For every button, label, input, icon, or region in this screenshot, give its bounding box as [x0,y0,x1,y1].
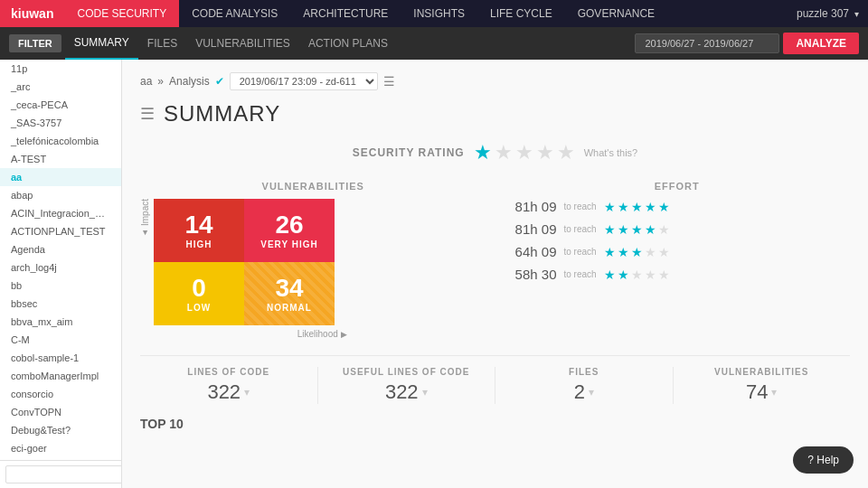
sidebar-item-aa[interactable]: aa [0,168,121,186]
main-content: aa » Analysis ✔ 2019/06/17 23:09 - zd-61… [122,60,868,488]
sidebar-item-abap[interactable]: abap [0,186,121,204]
effort-star-2: ★ [618,222,629,237]
analyze-button[interactable]: ANALYZE [783,33,859,54]
stat-number: 2 [574,380,585,404]
stat-value: 322▾ [385,380,428,404]
stat-dropdown-arrow[interactable]: ▾ [771,386,777,399]
security-star-4: ★ [536,141,554,164]
stat-item-files: FILES2▾ [495,367,674,404]
chevron-right-icon: ▶ [341,330,347,339]
vuln-number: 0 [192,276,206,301]
nav-items: CODE SECURITYCODE ANALYSISARCHITECTUREIN… [64,0,667,27]
nav-item-governance[interactable]: GOVERNANCE [565,0,667,27]
sidebar-item-arch-log4j[interactable]: arch_log4j [0,258,121,277]
sidebar-item-c-m[interactable]: C-M [0,331,121,349]
top-right-user: puzzle 307 ▾ [797,7,868,20]
vuln-cell-high: 14HIGH [154,199,244,262]
sidebar-item-convtopn[interactable]: ConvTOPN [0,403,121,421]
sidebar-item-consorcio[interactable]: consorcio [0,385,121,403]
breadcrumb: aa » Analysis ✔ 2019/06/17 23:09 - zd-61… [140,72,850,90]
stat-number: 322 [385,380,419,404]
effort-time: 64h 09 [505,244,557,259]
date-range-input[interactable] [635,33,779,53]
sidebar-item-agenda[interactable]: Agenda [0,240,121,258]
menu-icon[interactable]: ☰ [383,74,395,89]
stat-dropdown-arrow[interactable]: ▾ [589,386,594,399]
effort-star-5: ★ [658,222,670,237]
effort-star-1: ★ [604,267,616,282]
sidebar-item-combomanagerimpl[interactable]: comboManagerImpl [0,367,121,385]
sec-nav-item-files[interactable]: FILES [138,27,186,60]
stat-label: LINES OF CODE [187,367,269,377]
sidebar-search-bar: 🔍 [0,460,121,488]
effort-star-2: ★ [618,245,629,259]
chevron-down-icon: ▾ [854,9,859,19]
sidebar-item-bbva-mx-aim[interactable]: bbva_mx_aim [0,313,121,331]
secondary-nav-items: SUMMARYFILESVULNERABILITIESACTION PLANS [65,27,397,60]
effort-star-2: ★ [618,200,629,214]
sec-nav-item-action-plans[interactable]: ACTION PLANS [299,27,397,60]
stat-dropdown-arrow[interactable]: ▾ [244,386,250,399]
security-star-2: ★ [495,141,513,164]
vuln-label: HIGH [186,239,212,249]
impact-label: ▲ Impact [140,199,150,238]
nav-item-code-analysis[interactable]: CODE ANALYSIS [179,0,290,27]
second-nav: FILTER SUMMARYFILESVULNERABILITIESACTION… [0,27,868,60]
sidebar-item-bbsec[interactable]: bbsec [0,295,121,313]
nav-item-code-security[interactable]: CODE SECURITY [64,0,179,27]
security-star-5: ★ [557,141,575,164]
nav-item-life-cycle[interactable]: LIFE CYCLE [477,0,565,27]
sidebar-item-cobol-sample-1[interactable]: cobol-sample-1 [0,349,121,367]
sidebar-item-11p[interactable]: 11p [0,60,121,78]
stats-row: LINES OF CODE322▾USEFUL LINES OF CODE322… [140,355,850,404]
effort-star-3: ★ [631,245,643,259]
sidebar-item-eci-goer[interactable]: eci-goer [0,439,121,457]
sidebar-item-debug-test-[interactable]: Debug&Test? [0,421,121,439]
effort-stars: ★★★★★ [604,222,670,237]
help-button[interactable]: ? Help [793,446,854,474]
nav-item-insights[interactable]: INSIGHTS [401,0,477,27]
filter-button[interactable]: FILTER [9,34,61,52]
stat-item-lines-of-code: LINES OF CODE322▾ [140,367,318,404]
security-rating: SECURITY RATING ★★★★★ What's this? [140,141,850,164]
sidebar-item--ceca-peca[interactable]: _ceca-PECA [0,96,121,114]
top10-section: TOP 10 [140,417,850,431]
effort-row-4: 58h 30to reach★★★★★ [505,267,851,282]
security-star-1: ★ [474,141,492,164]
sec-nav-item-summary[interactable]: SUMMARY [65,27,138,60]
stat-value: 322▾ [207,380,250,404]
top-nav: kiuwan CODE SECURITYCODE ANALYSISARCHITE… [0,0,868,27]
effort-star-5: ★ [658,200,670,214]
sidebar-item-actionplan-test[interactable]: ACTIONPLAN_TEST [0,222,121,240]
effort-star-1: ★ [604,245,616,259]
vuln-number: 14 [184,212,212,238]
stat-dropdown-arrow[interactable]: ▾ [422,386,428,399]
sidebar-item-bb[interactable]: bb [0,277,121,295]
sidebar-item--telef-nicacolombia[interactable]: _telefónicacolombia [0,132,121,150]
security-stars: ★★★★★ [474,141,575,164]
sidebar-item--sas-3757[interactable]: _SAS-3757 [0,114,121,132]
effort-row-2: 81h 09to reach★★★★★ [505,221,851,237]
effort-star-3: ★ [631,200,643,214]
sidebar-search-input[interactable] [5,465,122,483]
stat-number: 74 [746,380,768,404]
effort-star-1: ★ [604,222,616,237]
effort-star-3: ★ [631,222,643,237]
sidebar-item-acin-integracion-mainframe[interactable]: ACIN_Integracion_Mainframe [0,204,121,222]
whats-this-link[interactable]: What's this? [584,147,638,158]
effort-to-reach-label: to reach [564,247,597,257]
vuln-grid: 14HIGH26VERY HIGH0LOW34NORMAL [154,199,335,325]
nav-item-architecture[interactable]: ARCHITECTURE [290,0,401,27]
effort-star-4: ★ [645,267,656,282]
stat-value: 2▾ [574,380,594,404]
effort-to-reach-label: to reach [564,224,597,234]
logo[interactable]: kiuwan [0,0,64,27]
breadcrumb-root: aa [140,75,152,88]
analysis-selector[interactable]: 2019/06/17 23:09 - zd-611 [230,72,378,90]
sidebar-item--arc[interactable]: _arc [0,78,121,96]
sidebar-item-a-test[interactable]: A-TEST [0,150,121,168]
effort-stars: ★★★★★ [604,245,670,259]
sec-nav-item-vulnerabilities[interactable]: VULNERABILITIES [186,27,299,60]
effort-star-3: ★ [631,267,643,282]
breadcrumb-sep: » [157,75,164,88]
